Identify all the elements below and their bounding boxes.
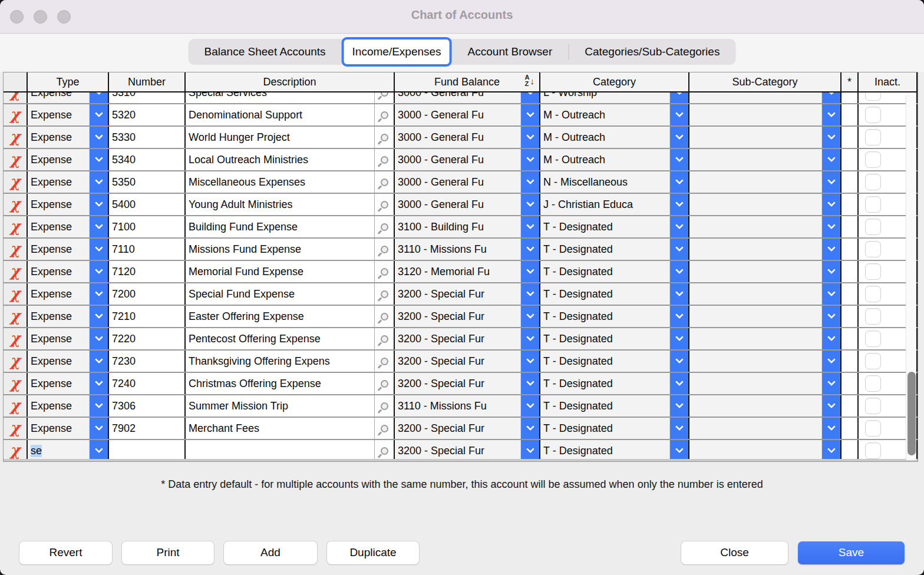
type-dropdown-value[interactable]: Expense [28,418,89,439]
sub-category-dropdown-button[interactable] [821,149,840,170]
category-dropdown-value[interactable]: T - Designated [540,351,669,372]
fund-balance-dropdown-value[interactable]: 3200 - Special Fur [395,351,520,372]
category-dropdown-button[interactable] [669,127,688,148]
type-dropdown-button[interactable] [89,261,108,282]
delete-cell[interactable]: χ [4,395,28,417]
inactive-checkbox[interactable] [865,107,881,123]
sub-category-dropdown-button[interactable] [821,395,840,417]
default-star-cell[interactable] [842,418,859,439]
type-dropdown-button[interactable] [89,440,108,459]
category-dropdown-value[interactable]: T - Designated [540,216,669,237]
fund-balance-dropdown-button[interactable] [520,127,539,148]
inactive-checkbox[interactable] [865,286,881,302]
description-search-button[interactable] [374,127,394,148]
category-dropdown-button[interactable] [669,149,688,170]
sub-category-dropdown-button[interactable] [821,104,840,125]
fund-balance-dropdown-button[interactable] [520,194,539,215]
tab-income-expenses[interactable]: Income/Expenses [342,37,452,67]
category-dropdown-button[interactable] [669,216,688,237]
type-dropdown-value[interactable]: Expense [28,127,89,148]
fund-balance-dropdown-value[interactable]: 3110 - Missions Fu [395,239,520,260]
inactive-checkbox[interactable] [865,442,881,459]
default-star-cell[interactable] [842,171,859,193]
fund-balance-dropdown-button[interactable] [520,440,539,459]
fund-balance-dropdown-value[interactable]: 3200 - Special Fur [395,418,520,439]
description-search-button[interactable] [374,395,394,417]
fund-balance-dropdown-value[interactable]: 3000 - General Fu [395,194,520,215]
sub-category-dropdown-button[interactable] [821,440,840,459]
description-search-button[interactable] [374,194,394,215]
inactive-checkbox[interactable] [865,331,881,347]
type-dropdown-value[interactable]: Expense [28,283,89,305]
fund-balance-dropdown-value[interactable]: 3200 - Special Fur [395,283,520,305]
description-search-button[interactable] [374,440,394,459]
sub-category-dropdown-button[interactable] [821,127,840,148]
type-dropdown-value[interactable]: Expense [28,216,89,237]
sub-category-dropdown-button[interactable] [821,328,840,349]
sub-category-dropdown-value[interactable] [689,92,821,103]
sub-category-dropdown-button[interactable] [821,418,840,439]
duplicate-button[interactable]: Duplicate [327,541,419,564]
fund-balance-dropdown-button[interactable] [520,306,539,327]
sub-category-dropdown-button[interactable] [821,92,840,103]
default-star-cell[interactable] [842,104,859,125]
category-dropdown-value[interactable]: T - Designated [540,239,669,260]
inactive-checkbox[interactable] [865,151,881,168]
type-dropdown-button[interactable] [89,306,108,327]
number-input[interactable]: 5320 [109,104,184,125]
vertical-scrollbar[interactable] [906,95,916,460]
tab-account-browser[interactable]: Account Browser [452,39,569,65]
fund-balance-dropdown-value[interactable]: 3200 - Special Fur [395,306,520,327]
description-input[interactable]: World Hunger Project [186,127,374,148]
delete-cell[interactable]: χ [4,104,28,125]
default-star-cell[interactable] [842,328,859,349]
default-star-cell[interactable] [842,194,859,215]
number-input[interactable]: 7100 [109,216,184,237]
description-search-button[interactable] [374,418,394,439]
type-dropdown-value[interactable]: Expense [28,351,89,372]
sub-category-dropdown-value[interactable] [689,395,821,417]
sub-category-dropdown-value[interactable] [689,239,821,260]
type-dropdown-value[interactable]: se [28,440,89,459]
delete-cell[interactable]: χ [4,261,28,282]
delete-row-icon[interactable]: χ [10,353,20,368]
fund-balance-dropdown-value[interactable]: 3200 - Special Fur [395,440,520,459]
fund-balance-dropdown-value[interactable]: 3000 - General Fu [395,104,520,125]
type-dropdown-value[interactable]: Expense [28,104,89,125]
sub-category-dropdown-button[interactable] [821,306,840,327]
type-dropdown-value[interactable]: Expense [28,149,89,170]
description-search-button[interactable] [374,239,394,260]
delete-row-icon[interactable]: χ [10,107,20,122]
delete-cell[interactable]: χ [4,306,28,327]
fund-balance-dropdown-button[interactable] [520,351,539,372]
type-dropdown-value[interactable]: Expense [28,261,89,282]
category-dropdown-value[interactable]: T - Designated [540,306,669,327]
description-search-button[interactable] [374,328,394,349]
inactive-checkbox[interactable] [865,219,881,235]
sub-category-dropdown-value[interactable] [689,261,821,282]
category-dropdown-button[interactable] [669,283,688,305]
description-input[interactable]: Thanksgiving Offering Expens [186,351,374,372]
type-dropdown-button[interactable] [89,328,108,349]
revert-button[interactable]: Revert [19,541,112,564]
default-star-cell[interactable] [842,283,859,305]
description-input[interactable]: Special Fund Expense [186,283,374,305]
description-search-button[interactable] [374,92,394,103]
sub-category-dropdown-value[interactable] [689,194,821,215]
category-dropdown-value[interactable]: N - Miscellaneous [540,171,669,193]
sub-category-dropdown-value[interactable] [689,306,821,327]
number-input[interactable]: 5340 [109,149,184,170]
sub-category-dropdown-value[interactable] [689,104,821,125]
delete-cell[interactable]: χ [4,194,28,215]
inactive-checkbox[interactable] [865,129,881,146]
delete-cell[interactable]: χ [4,171,28,193]
type-dropdown-value[interactable]: Expense [28,306,89,327]
fund-balance-dropdown-button[interactable] [520,171,539,193]
fund-balance-dropdown-button[interactable] [520,149,539,170]
type-dropdown-button[interactable] [89,149,108,170]
fund-balance-dropdown-value[interactable]: 3000 - General Fu [395,92,520,103]
type-dropdown-button[interactable] [89,127,108,148]
type-dropdown-value[interactable]: Expense [28,373,89,394]
category-dropdown-value[interactable]: T - Designated [540,283,669,305]
type-dropdown-button[interactable] [89,373,108,394]
